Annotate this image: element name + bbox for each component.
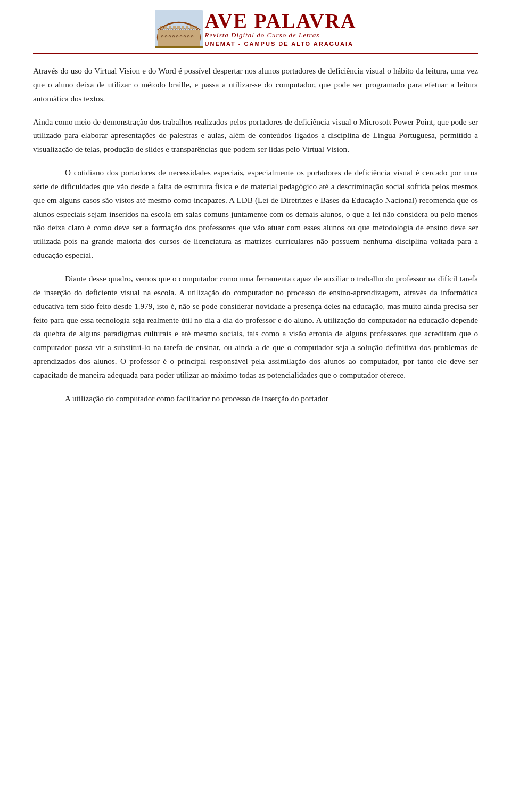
header-campus: UNEMAT - CAMPUS DE ALTO ARAGUAIA xyxy=(205,40,357,47)
paragraph-4: Diante desse quadro, vemos que o computa… xyxy=(33,272,478,382)
svg-rect-10 xyxy=(182,26,184,29)
svg-rect-4 xyxy=(155,46,203,48)
header-subtitle: Revista Digital do Curso de Letras xyxy=(205,31,357,39)
header-logo: AVE PALAVRA Revista Digital do Curso de … xyxy=(155,10,357,48)
svg-rect-9 xyxy=(177,26,180,29)
svg-rect-8 xyxy=(173,26,176,29)
header-title: AVE PALAVRA xyxy=(205,11,357,31)
paragraph-2: Ainda como meio de demonstração dos trab… xyxy=(33,115,478,157)
logo-icon-area xyxy=(155,10,203,48)
header-text-area: AVE PALAVRA Revista Digital do Curso de … xyxy=(205,11,357,47)
page: AVE PALAVRA Revista Digital do Curso de … xyxy=(0,0,511,812)
svg-rect-3 xyxy=(158,30,200,48)
svg-rect-12 xyxy=(190,26,193,29)
main-content: Através do uso do Virtual Vision e do Wo… xyxy=(0,54,511,431)
paragraph-1: Através do uso do Virtual Vision e do Wo… xyxy=(33,64,478,105)
svg-rect-7 xyxy=(169,26,171,29)
paragraph-3: O cotidiano dos portadores de necessidad… xyxy=(33,166,478,262)
paragraph-5: A utilização do computador como facilita… xyxy=(33,392,478,405)
header: AVE PALAVRA Revista Digital do Curso de … xyxy=(0,0,511,53)
colosseum-icon xyxy=(155,10,203,48)
svg-rect-11 xyxy=(186,26,188,29)
